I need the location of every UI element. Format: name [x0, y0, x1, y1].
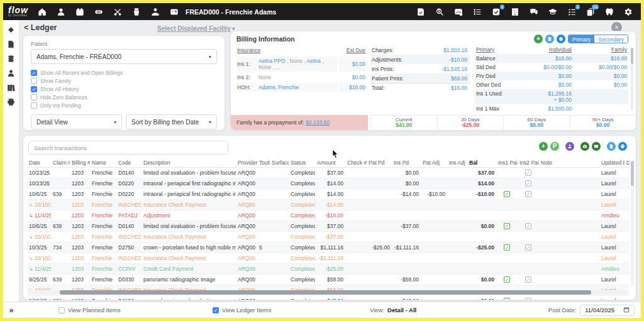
column-header-pat-pd[interactable]: Pat Pd	[367, 158, 392, 168]
column-header-ins2-paid[interactable]: Ins2 Paid	[518, 158, 539, 168]
prepayment-amount-link[interactable]: $2,133.50	[306, 119, 330, 126]
primary-toggle-button[interactable]: Primary	[569, 35, 594, 43]
vertical-scrollbar[interactable]	[631, 161, 634, 286]
column-header-bal[interactable]: Bal	[467, 158, 496, 168]
ins2-paid-checkbox[interactable]: ✓	[525, 170, 531, 176]
coins-icon[interactable]	[7, 54, 16, 63]
column-header-di[interactable]: Di	[625, 158, 630, 168]
ins1-paid-checkbox[interactable]: ✓	[504, 298, 510, 300]
ledger-books-icon[interactable]	[7, 83, 16, 92]
printer-icon[interactable]	[7, 97, 16, 106]
claims-icon[interactable]	[416, 7, 426, 17]
sort-mode-select[interactable]: Sort by Billing then Date ▾	[126, 114, 217, 129]
filter-checkbox[interactable]: ✓Show All Recent and Open Billings	[31, 70, 217, 76]
transaction-row[interactable]: 10/23/251203FrenchieD0140limited oral ev…	[27, 168, 630, 178]
view-mode-select[interactable]: Detail View ▾	[31, 114, 122, 129]
column-header-tooth[interactable]: Tooth	[257, 158, 270, 168]
column-header-billing-[interactable]: Billing #	[70, 158, 90, 168]
insurance-link[interactable]: Aetna	[307, 58, 321, 64]
payments-icon[interactable]	[150, 7, 160, 17]
ins1-paid-checkbox[interactable]: ✓	[504, 191, 510, 197]
column-header-surface[interactable]: Surface	[270, 158, 289, 168]
view-planned-items-checkbox[interactable]: View Planned Items	[58, 307, 121, 313]
transaction-row[interactable]: 9/25/256391203FrenchieD0150comprehensive…	[27, 296, 630, 301]
tasks-icon[interactable]: 1	[491, 7, 501, 17]
transaction-row[interactable]: ↳ 10/10/251203FrenchieINSCHECInsurance C…	[27, 253, 630, 264]
patient-button[interactable]	[565, 142, 574, 151]
transaction-row[interactable]: 9/25/256391203FrenchieD0330panoramic rad…	[27, 275, 630, 285]
office-icon[interactable]	[510, 7, 520, 17]
records-icon[interactable]	[169, 7, 179, 17]
learning-icon[interactable]	[548, 7, 558, 17]
insurance-link[interactable]: Aetna PPO	[258, 58, 286, 64]
payment-button[interactable]: P	[550, 142, 559, 151]
summary-scrollbar[interactable]	[631, 48, 633, 111]
back-chevron-icon[interactable]: <	[24, 23, 28, 32]
expand-panel-button[interactable]: »	[3, 306, 19, 315]
transaction-row[interactable]: ↳ 11/4/251203FrenchiePATADJAdjustmentARQ…	[27, 210, 630, 221]
messages-icon[interactable]	[529, 7, 539, 17]
camera-button[interactable]	[580, 142, 589, 151]
fee-search-icon[interactable]	[435, 7, 445, 17]
transaction-row[interactable]: 10/23/251203FrenchieD0220intraoral - per…	[27, 178, 630, 189]
ins2-paid-checkbox[interactable]: ✓	[525, 276, 531, 283]
post-date-input[interactable]: 11/04/2025	[580, 305, 635, 316]
secondary-toggle-button[interactable]: Secondary	[594, 35, 628, 43]
column-header-ins-pd[interactable]: Ins Pd	[392, 158, 421, 168]
filter-checkbox[interactable]: ✓Show All History	[31, 86, 217, 92]
documents-icon[interactable]: 12	[586, 7, 596, 17]
transaction-row[interactable]: 10/6/256391203FrenchieD0220intraoral - p…	[27, 189, 630, 200]
insurance-link[interactable]: Adams, Frenchie	[258, 84, 299, 90]
transaction-row[interactable]: ↳ 10/10/251203FrenchieINSCHECInsurance C…	[27, 200, 630, 210]
column-header-description[interactable]: Description	[142, 158, 236, 168]
transaction-row[interactable]: 10/6/256391203FrenchieD0140limited oral …	[27, 221, 630, 232]
transaction-row[interactable]: 10/3/257341203FrenchieD2750crown - porce…	[27, 242, 630, 253]
add-transaction-button[interactable]: +	[539, 142, 548, 151]
transaction-row[interactable]: ↳ 10/10/251203FrenchieINSCHECInsurance C…	[27, 232, 630, 242]
billing-doc-icon[interactable]	[7, 40, 16, 48]
column-header-claim-[interactable]: Claim #	[51, 158, 70, 168]
filter-checkbox[interactable]: Show Family	[31, 78, 217, 84]
card-payment-button[interactable]	[592, 142, 601, 151]
patient-icon[interactable]	[7, 68, 16, 77]
billing-document-button[interactable]	[545, 35, 554, 43]
print-billing-button[interactable]	[557, 35, 565, 43]
print-button[interactable]	[618, 142, 627, 151]
checkbox[interactable]: ✓	[213, 307, 219, 313]
column-header-name[interactable]: Name	[90, 158, 116, 168]
dentures-icon[interactable]	[94, 7, 104, 17]
column-header-ins1-paid[interactable]: Ins1 Paid	[496, 158, 518, 168]
column-header-amount[interactable]: Amount	[315, 158, 345, 168]
schedule-icon[interactable]	[75, 7, 85, 17]
ins1-paid-checkbox[interactable]: ✓	[504, 276, 510, 283]
column-header-check-[interactable]: Check #	[345, 158, 367, 168]
ins2-paid-checkbox[interactable]: ✓	[525, 298, 531, 300]
ins1-paid-checkbox[interactable]: ✓	[504, 244, 510, 251]
ins1-paid-checkbox[interactable]: ✓	[504, 223, 510, 229]
search-transactions-input[interactable]: Search transactions	[28, 141, 228, 155]
reports-icon[interactable]	[472, 7, 482, 17]
column-header-updated-by[interactable]: Updated By	[599, 158, 625, 168]
column-header-status[interactable]: Status	[289, 158, 315, 168]
calendar-icon[interactable]	[623, 307, 630, 314]
document-button[interactable]	[607, 142, 616, 151]
clinical-tools-icon[interactable]	[113, 7, 123, 17]
transaction-row[interactable]: ↳ 11/4/251203FrenchieCCPAYCredit Card Pa…	[27, 264, 630, 275]
tooth-icon[interactable]	[604, 7, 614, 17]
horizontal-scrollbar[interactable]	[27, 290, 627, 295]
ins2-paid-checkbox[interactable]: ✓	[525, 180, 531, 187]
column-header-date[interactable]: Date	[27, 158, 51, 168]
checklist-icon[interactable]: 2	[567, 7, 577, 17]
imaging-icon[interactable]	[453, 7, 464, 17]
filter-checkbox[interactable]: Only Ins Pending	[31, 102, 217, 109]
treatment-icon[interactable]	[131, 7, 142, 17]
patient-select[interactable]: Adams, Frenchie - FREAD000 ▾	[31, 49, 217, 64]
ins2-paid-checkbox[interactable]: ✓	[525, 244, 531, 251]
checkbox[interactable]	[58, 307, 65, 313]
column-header-note[interactable]: Note	[539, 158, 599, 168]
view-ledger-items-checkbox[interactable]: ✓ View Ledger Items	[213, 307, 272, 313]
select-facility-link[interactable]: Select Displayed Facility▾	[157, 25, 235, 32]
diamond-icon[interactable]	[7, 25, 16, 34]
ins2-paid-checkbox[interactable]: ✓	[525, 191, 531, 197]
filter-checkbox[interactable]: Hide Zero Balances	[31, 94, 217, 101]
